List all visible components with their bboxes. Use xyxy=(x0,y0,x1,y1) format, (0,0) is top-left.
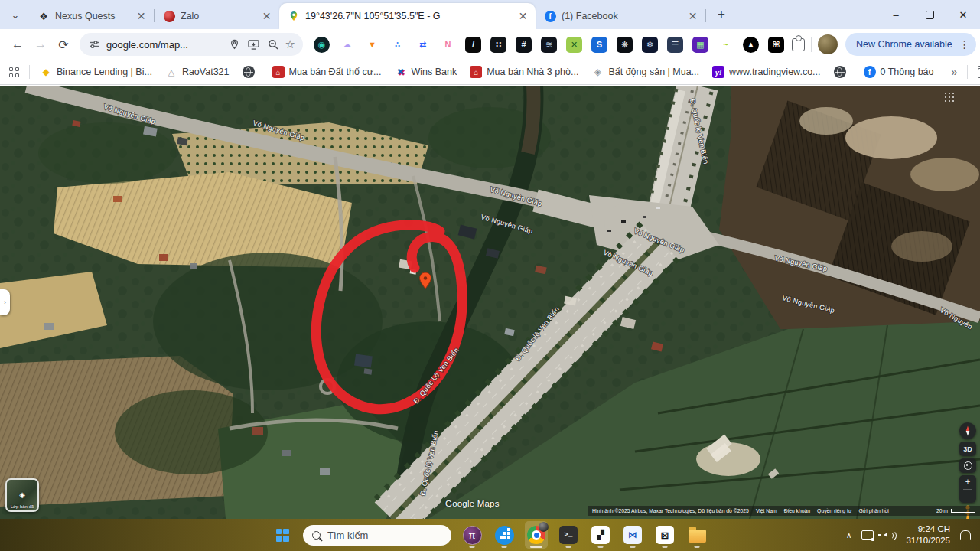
bookmark-item[interactable]: Wins Bank xyxy=(394,66,457,78)
address-bar[interactable]: google.com/map... ☆ xyxy=(80,33,303,56)
taskbar-file-explorer[interactable] xyxy=(685,521,708,549)
notifications-bell-icon[interactable] xyxy=(960,530,971,540)
forward-button[interactable]: → xyxy=(29,33,52,56)
bookmark-item[interactable]: www.tradingview.co... xyxy=(712,66,821,78)
map-canvas[interactable]: Võ Nguyên Giáp Võ Nguyên Giáp Võ Nguyên … xyxy=(0,86,980,519)
footer-link[interactable]: Gửi phản hồi xyxy=(858,508,888,514)
bookmark-item[interactable]: Mua bán Nhà 3 phò... xyxy=(470,66,578,78)
apps-grid-icon[interactable] xyxy=(9,67,19,77)
taskbar-search[interactable]: Tìm kiếm xyxy=(303,525,451,546)
network-icon[interactable] xyxy=(861,530,874,540)
taskbar-docker[interactable] xyxy=(493,521,516,549)
extension-icon[interactable]: ≋ xyxy=(541,37,557,53)
extension-icon[interactable]: # xyxy=(516,37,532,53)
close-window-button[interactable]: ✕ xyxy=(946,0,980,29)
tray-expand-chevron[interactable]: ∧ xyxy=(846,531,851,540)
extension-icon[interactable]: S xyxy=(591,37,607,53)
close-tab-icon[interactable]: ✕ xyxy=(516,10,529,23)
search-placeholder: Tìm kiếm xyxy=(327,530,368,541)
extension-icon[interactable]: / xyxy=(465,37,481,53)
tune-icon[interactable] xyxy=(87,37,101,51)
bookmark-item[interactable]: Mua bán Đất thổ cư... xyxy=(272,66,382,78)
footer-link[interactable]: Điều khoản xyxy=(784,508,810,514)
tab-search-icon[interactable]: ⌄ xyxy=(6,5,24,24)
tab-google-maps[interactable]: 19°43'26.7"N 105°51'35.5"E - G ✕ xyxy=(279,3,536,29)
zoom-out-page-icon[interactable] xyxy=(266,37,280,51)
bookmarks-bar: Binance Lending | Bi... RaoVat321 Mua bá… xyxy=(0,60,980,85)
zoom-in-button[interactable]: + xyxy=(965,477,970,486)
footer-link[interactable]: Quyền riêng tư xyxy=(817,508,851,514)
extension-icon[interactable]: ▼ xyxy=(364,37,380,53)
zoom-out-button[interactable]: − xyxy=(965,492,970,501)
my-location-button[interactable] xyxy=(959,458,976,473)
extension-icon[interactable]: ∷ xyxy=(490,37,506,53)
footer-link[interactable]: Việt Nam xyxy=(756,508,777,514)
extension-icon[interactable]: ☁ xyxy=(339,37,355,53)
extension-icon[interactable]: ❋ xyxy=(617,37,633,53)
extension-icon[interactable]: ∴ xyxy=(389,37,405,53)
bookmark-item[interactable] xyxy=(834,66,851,78)
chrome-badge-icon xyxy=(539,522,549,532)
taskbar-chrome[interactable] xyxy=(525,521,548,549)
close-tab-icon[interactable]: ✕ xyxy=(686,10,699,23)
bookmark-item[interactable] xyxy=(243,66,259,78)
new-tab-button[interactable]: + xyxy=(711,5,731,24)
extension-icon[interactable]: ✕ xyxy=(566,37,582,53)
back-button[interactable]: ← xyxy=(6,33,29,56)
zalo-favicon xyxy=(164,11,175,22)
close-tab-icon[interactable]: ✕ xyxy=(260,10,273,23)
extension-icon[interactable]: ◉ xyxy=(314,37,330,53)
bookmarks-overflow-chevron[interactable]: » xyxy=(952,66,958,78)
compass-control[interactable] xyxy=(959,422,976,439)
map-layers-control[interactable]: ◈ Lớp bản đồ xyxy=(5,478,39,512)
search-icon xyxy=(312,531,321,540)
extension-icon[interactable]: ☰ xyxy=(667,37,683,53)
extension-icon[interactable]: N xyxy=(440,37,456,53)
bookmark-item[interactable]: 0 Thông báo xyxy=(864,66,934,78)
extensions-menu-icon[interactable] xyxy=(792,38,805,51)
extension-icon[interactable]: ⇄ xyxy=(415,37,431,53)
bookmark-star-icon[interactable]: ☆ xyxy=(285,37,295,51)
extension-icon[interactable]: ▲ xyxy=(743,37,759,53)
extension-icon[interactable]: ❄ xyxy=(642,37,658,53)
bookmark-item[interactable]: Bất động sản | Mua... xyxy=(591,66,699,78)
3d-toggle-button[interactable]: 3D xyxy=(959,442,976,456)
profile-avatar[interactable] xyxy=(818,34,838,54)
reload-button[interactable]: ⟳ xyxy=(52,33,75,56)
taskbar-terminal[interactable]: >_ xyxy=(557,521,580,549)
desktop: ⌄ ❖ Nexus Quests ✕ Zalo ✕ xyxy=(0,0,980,551)
scale-label: 20 m xyxy=(936,508,948,514)
volume-icon[interactable] xyxy=(884,530,896,540)
start-button[interactable] xyxy=(269,523,295,547)
extension-icon[interactable]: ▦ xyxy=(692,37,708,53)
taskbar-pi-network[interactable]: π xyxy=(461,521,483,549)
tab-facebook[interactable]: f (1) Facebook ✕ xyxy=(536,3,705,29)
bookmark-item[interactable]: RaoVat321 xyxy=(165,66,230,78)
tab-title: (1) Facebook xyxy=(562,11,678,21)
pi-network-icon: π xyxy=(463,526,482,545)
tiles-grid-icon[interactable] xyxy=(945,93,955,103)
taskbar-wins-bank[interactable]: ⋈ xyxy=(621,521,644,549)
extension-icon[interactable]: ~ xyxy=(718,37,734,53)
maximize-button[interactable] xyxy=(913,0,946,29)
taskbar-apps: π >_ ▞ ⋈ ⊠ xyxy=(461,521,708,549)
extension-icon[interactable]: ⌘ xyxy=(768,37,784,53)
bookmark-item[interactable]: Binance Lending | Bi... xyxy=(40,66,152,78)
tab-nexus-quests[interactable]: ❖ Nexus Quests ✕ xyxy=(29,3,154,29)
install-icon[interactable] xyxy=(247,37,261,51)
tab-zalo[interactable]: Zalo ✕ xyxy=(155,3,279,29)
taskbar-capcut[interactable]: ⊠ xyxy=(653,521,676,549)
update-label: New Chrome available xyxy=(856,39,952,50)
minimize-button[interactable]: – xyxy=(879,0,913,29)
location-pin-icon[interactable] xyxy=(228,37,242,51)
chrome-update-pill[interactable]: New Chrome available ⋮ xyxy=(845,33,976,56)
taskbar-trading-app[interactable]: ▞ xyxy=(589,521,612,549)
tab-title: 19°43'26.7"N 105°51'35.5"E - G xyxy=(305,11,508,21)
side-panel-expand-button[interactable]: › xyxy=(0,289,10,315)
taskbar-clock[interactable]: 9:24 CH 31/10/2025 xyxy=(906,523,950,546)
clock-time: 9:24 CH xyxy=(906,523,950,535)
facebook-favicon: f xyxy=(545,11,556,22)
close-tab-icon[interactable]: ✕ xyxy=(135,10,148,23)
clock-date: 31/10/2025 xyxy=(906,535,950,546)
menu-kebab-icon[interactable]: ⋮ xyxy=(959,38,970,51)
